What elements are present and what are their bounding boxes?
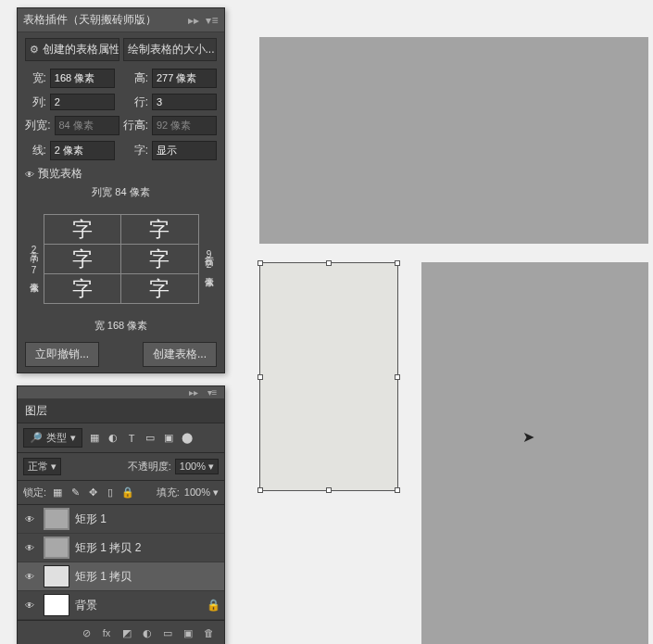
opacity-input[interactable]: 100% ▾ <box>175 459 219 474</box>
layer-name[interactable]: 矩形 1 <box>75 511 220 527</box>
resize-handle-tl[interactable] <box>257 260 263 266</box>
opacity-label: 不透明度: <box>128 460 171 474</box>
resize-handle-bl[interactable] <box>257 487 263 493</box>
panel-collapse-icon[interactable]: ▸▸ <box>187 387 200 398</box>
visibility-toggle-icon[interactable] <box>21 599 38 612</box>
lock-artboard-icon[interactable]: ▯ <box>104 486 117 499</box>
resize-handle-tr[interactable] <box>395 260 400 266</box>
font-label: 字: <box>127 143 148 158</box>
lock-icon[interactable]: 🔒 <box>206 599 220 612</box>
filter-toggle-icon[interactable]: ⬤ <box>181 432 194 445</box>
chevron-down-icon: ▾ <box>70 432 76 444</box>
blend-mode-select[interactable]: 正常 ▾ <box>23 458 61 475</box>
new-layer-icon[interactable]: ▣ <box>182 626 195 639</box>
layers-tab-label: 图层 <box>25 404 47 417</box>
filter-smart-icon[interactable]: ▣ <box>162 432 175 445</box>
fill-input[interactable]: 100% ▾ <box>184 486 219 499</box>
mask-icon[interactable]: ◩ <box>120 626 133 639</box>
resize-handle-mr[interactable] <box>395 374 400 380</box>
total-height-label: 高277像素 <box>27 244 40 274</box>
fx-icon[interactable]: fx <box>100 626 113 639</box>
visibility-toggle-icon[interactable] <box>21 541 38 554</box>
panel-title: 表格插件（天朝搬砖师版） <box>23 12 187 28</box>
lock-move-icon[interactable]: ✥ <box>86 486 99 499</box>
layer-row[interactable]: 矩形 1 拷贝 <box>18 562 224 591</box>
create-table-button[interactable]: 创建表格... <box>143 342 217 367</box>
lock-all-icon[interactable]: 🔒 <box>121 486 134 499</box>
line-label: 线: <box>25 143 46 158</box>
resize-handle-ml[interactable] <box>257 374 263 380</box>
preview-header: 预览表格 <box>38 166 82 182</box>
colw-input[interactable]: 84 像素 <box>55 116 119 135</box>
adjustment-icon[interactable]: ◐ <box>141 626 154 639</box>
preview-cell: 字 <box>121 215 199 245</box>
panel-menu-icon[interactable]: ▾≡ <box>206 387 219 398</box>
panel-titlebar[interactable]: ▸▸ ▾≡ <box>18 386 224 399</box>
panel-close-icon[interactable]: ▾≡ <box>206 14 219 27</box>
preview-cell: 字 <box>121 274 199 304</box>
rows-input[interactable]: 3 <box>152 94 217 110</box>
line-input[interactable]: 2 像素 <box>50 141 115 160</box>
width-input[interactable]: 168 像素 <box>50 69 115 88</box>
resize-handle-br[interactable] <box>395 487 400 493</box>
layer-row[interactable]: 背景 🔒 <box>18 591 224 620</box>
total-width-label: 宽 168 像素 <box>25 319 217 333</box>
preview-cell: 字 <box>121 245 199 274</box>
gear-icon: ⚙ <box>30 44 39 56</box>
undo-button[interactable]: 立即撤销... <box>25 342 99 367</box>
filter-type-icon[interactable]: T <box>125 432 138 445</box>
layer-row[interactable]: 矩形 1 <box>18 505 224 534</box>
preview-cell: 字 <box>44 274 121 304</box>
height-input[interactable]: 277 像素 <box>152 69 217 88</box>
layer-name[interactable]: 背景 <box>75 598 200 613</box>
layer-name[interactable]: 矩形 1 拷贝 <box>75 569 220 585</box>
canvas-rect-bottom-right[interactable] <box>421 262 648 644</box>
filter-shape-icon[interactable]: ▭ <box>144 432 157 445</box>
layers-panel: ▸▸ ▾≡ 图层 🔎 类型 ▾ ▦ ◐ T ▭ ▣ ⬤ 正常 ▾ 不透明度: 1… <box>17 385 225 644</box>
row-height-label: 行高92像素 <box>202 249 215 270</box>
preview-cell: 字 <box>44 215 121 245</box>
tab-table-attrs[interactable]: ⚙ 创建的表格属性 <box>25 38 119 61</box>
table-plugin-panel: 表格插件（天朝搬砖师版） ▸▸ ▾≡ ⚙ 创建的表格属性 绘制表格的大小... … <box>17 7 225 373</box>
rowh-label: 行高: <box>123 118 149 133</box>
tab-table-size[interactable]: 绘制表格的大小... <box>123 38 218 61</box>
layer-thumb[interactable] <box>44 508 69 530</box>
search-icon: 🔎 <box>30 432 43 444</box>
group-icon[interactable]: ▭ <box>161 626 174 639</box>
filter-adjust-icon[interactable]: ◐ <box>107 432 119 445</box>
trash-icon[interactable]: 🗑 <box>202 626 215 639</box>
canvas-rect-top[interactable] <box>259 37 648 244</box>
filter-label: 类型 <box>46 431 67 445</box>
layers-tab[interactable]: 图层 <box>18 399 224 423</box>
panel-menu-icon[interactable]: ▸▸ <box>187 14 200 27</box>
width-label: 宽: <box>25 70 46 86</box>
eye-icon <box>25 168 34 181</box>
rowh-input[interactable]: 92 像素 <box>152 116 217 135</box>
fill-label: 填充: <box>157 486 180 499</box>
col-width-label: 列宽 84 像素 <box>25 185 217 199</box>
layer-row[interactable]: 矩形 1 拷贝 2 <box>18 534 224 562</box>
cols-label: 列: <box>25 95 46 110</box>
layer-name[interactable]: 矩形 1 拷贝 2 <box>75 540 220 556</box>
panel-titlebar[interactable]: 表格插件（天朝搬砖师版） ▸▸ ▾≡ <box>18 8 224 32</box>
colw-label: 列宽: <box>25 118 51 133</box>
tab-label: 创建的表格属性 <box>43 42 119 57</box>
resize-handle-tm[interactable] <box>326 260 332 266</box>
layer-thumb[interactable] <box>44 537 69 559</box>
layers-list: 矩形 1 矩形 1 拷贝 2 矩形 1 拷贝 背景 🔒 <box>18 505 224 620</box>
font-select[interactable]: 显示 <box>152 141 217 160</box>
visibility-toggle-icon[interactable] <box>21 512 38 525</box>
resize-handle-bm[interactable] <box>326 487 332 493</box>
layer-thumb[interactable] <box>44 565 69 587</box>
link-layers-icon[interactable]: ⊘ <box>80 626 93 639</box>
cols-input[interactable]: 2 <box>50 94 115 110</box>
lock-brush-icon[interactable]: ✎ <box>69 486 82 499</box>
visibility-toggle-icon[interactable] <box>21 570 38 583</box>
filter-type-select[interactable]: 🔎 类型 ▾ <box>23 428 82 448</box>
canvas-rect-selected[interactable] <box>259 262 398 491</box>
filter-pixel-icon[interactable]: ▦ <box>88 432 101 445</box>
lock-label: 锁定: <box>23 486 46 499</box>
height-label: 高: <box>127 70 148 86</box>
layer-thumb[interactable] <box>44 594 69 616</box>
lock-transparent-icon[interactable]: ▦ <box>51 486 64 499</box>
